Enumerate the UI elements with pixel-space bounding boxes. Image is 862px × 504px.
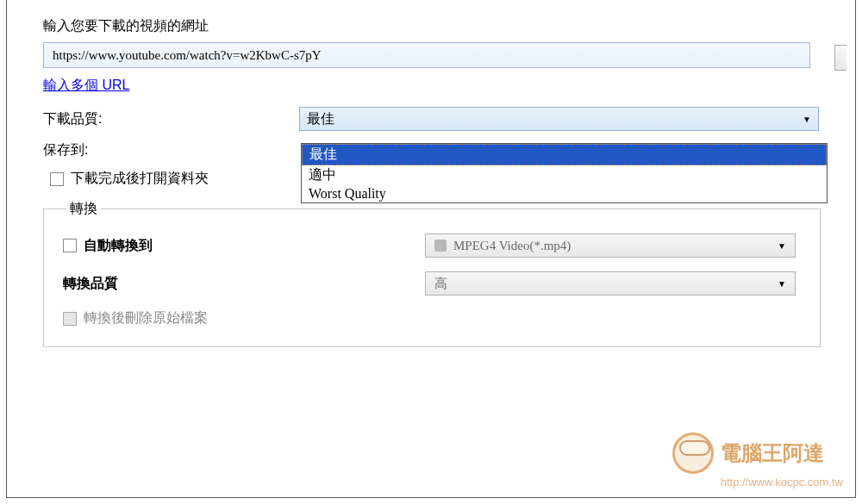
quality-option-medium[interactable]: 適中 [302, 165, 827, 185]
convert-legend: 轉換 [66, 200, 101, 218]
watermark-text: 電腦王阿達 [721, 439, 824, 467]
open-folder-checkbox[interactable] [50, 172, 64, 186]
convert-fieldset: 轉換 自動轉換到 MPEG4 Video(*.mp4) ▼ 轉換品質 高 ▼ [43, 200, 821, 347]
convert-quality-value: 高 [434, 276, 447, 292]
delete-original-label: 轉換後刪除原始檔案 [84, 309, 208, 327]
format-select[interactable]: MPEG4 Video(*.mp4) ▼ [425, 233, 796, 258]
convert-quality-label: 轉換品質 [63, 275, 118, 293]
quality-label: 下載品質: [43, 110, 299, 128]
quality-select[interactable]: 最佳 ▼ [299, 107, 819, 131]
url-label: 輸入您要下載的視頻的網址 [43, 17, 819, 35]
watermark-url: http://www.kocpc.com.tw [721, 476, 843, 488]
watermark-face-icon [672, 432, 714, 474]
auto-convert-checkbox[interactable] [63, 239, 77, 252]
quality-option-worst[interactable]: Worst Quality [302, 185, 827, 202]
file-icon [434, 240, 447, 252]
url-input[interactable] [43, 42, 810, 68]
watermark: 電腦王阿達 http://www.kocpc.com.tw [672, 432, 843, 488]
quality-select-value: 最佳 [307, 110, 334, 128]
auto-convert-label: 自動轉換到 [84, 237, 153, 255]
quality-dropdown-list: 最佳 適中 Worst Quality [301, 143, 828, 203]
multiple-url-link[interactable]: 輸入多個 URL [43, 77, 129, 95]
chevron-down-icon: ▼ [778, 241, 786, 251]
chevron-down-icon: ▼ [778, 279, 786, 289]
url-side-button[interactable] [834, 45, 846, 71]
convert-quality-select[interactable]: 高 ▼ [425, 271, 796, 296]
quality-option-best[interactable]: 最佳 [302, 144, 827, 165]
save-to-label: 保存到: [43, 141, 302, 159]
delete-original-checkbox [63, 312, 77, 326]
format-select-value: MPEG4 Video(*.mp4) [453, 239, 571, 253]
chevron-down-icon: ▼ [803, 115, 811, 124]
open-folder-label: 下載完成後打開資料夾 [71, 170, 209, 188]
